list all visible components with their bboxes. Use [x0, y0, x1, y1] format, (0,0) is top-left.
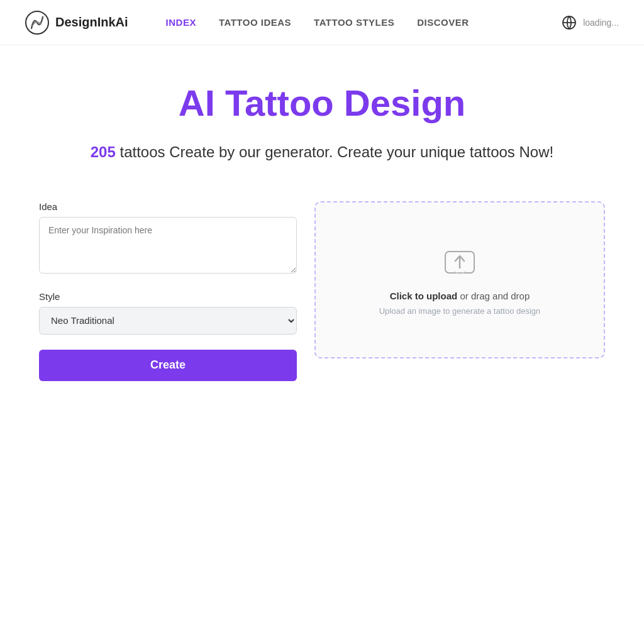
logo[interactable]: DesignInkAi — [25, 11, 128, 35]
logo-icon — [25, 11, 49, 35]
upload-drag-text: or drag and drop — [457, 291, 530, 301]
hero-title: AI Tattoo Design — [39, 83, 605, 123]
hero-subtitle-text: tattoos Create by our generator. Create … — [116, 143, 553, 160]
nav-tattoo-ideas[interactable]: TATTOO IDEAS — [219, 17, 291, 28]
idea-input[interactable] — [39, 217, 297, 274]
upload-click-text: Click to upload — [390, 291, 458, 301]
nav-tattoo-styles[interactable]: TATTOO STYLES — [314, 17, 394, 28]
create-button[interactable]: Create — [39, 350, 297, 381]
upload-icon-wrap — [443, 244, 477, 280]
upload-sub: Upload an image to generate a tattoo des… — [379, 306, 541, 316]
upload-icon — [443, 244, 477, 278]
logo-text: DesignInkAi — [55, 15, 128, 30]
left-form: Idea Style Neo Traditional Traditional R… — [39, 201, 297, 381]
hero-subtitle: 205 tattoos Create by our generator. Cre… — [39, 141, 605, 164]
idea-label: Idea — [39, 201, 297, 212]
main-nav: INDEX TATTOO IDEAS TATTOO STYLES DISCOVE… — [166, 17, 562, 28]
upload-area[interactable]: Click to upload or drag and drop Upload … — [314, 201, 605, 358]
form-area: Idea Style Neo Traditional Traditional R… — [39, 201, 605, 381]
loading-status: loading... — [583, 18, 619, 28]
header-right: loading... — [562, 15, 619, 30]
upload-label: Click to upload or drag and drop — [390, 291, 530, 301]
style-select[interactable]: Neo Traditional Traditional Realism Wate… — [39, 307, 297, 335]
nav-discover[interactable]: DISCOVER — [417, 17, 469, 28]
style-label: Style — [39, 291, 297, 302]
nav-index[interactable]: INDEX — [166, 17, 196, 28]
tattoo-count: 205 — [91, 143, 116, 160]
globe-icon[interactable] — [562, 15, 577, 30]
